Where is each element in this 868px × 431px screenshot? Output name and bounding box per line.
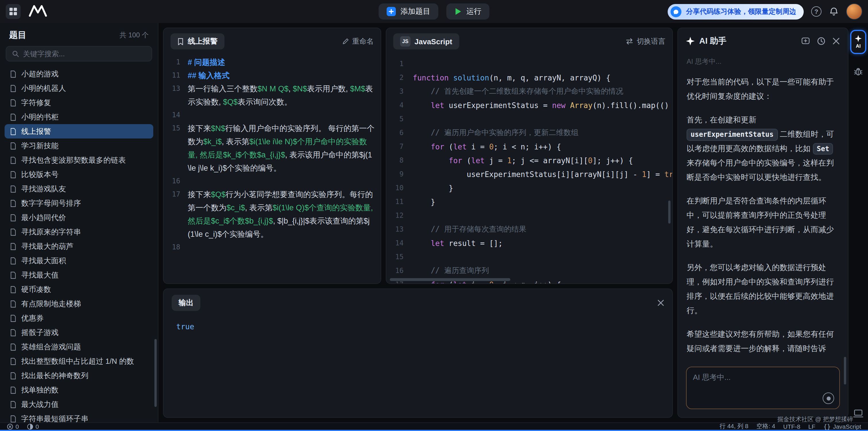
sidebar-item-label: 最大战力值 <box>21 399 59 409</box>
ai-assistant-toggle[interactable]: AI <box>850 30 866 54</box>
language-tag[interactable]: JS JavaScript <box>393 33 459 50</box>
editor-vscrollbar[interactable] <box>668 201 671 224</box>
sidebar-item[interactable]: 优惠券 <box>5 311 153 325</box>
apps-grid-button[interactable] <box>6 4 21 19</box>
ai-scrollbar[interactable] <box>844 357 846 384</box>
ai-input-field[interactable] <box>693 372 833 395</box>
add-problem-label: 添加题目 <box>400 6 430 17</box>
sidebar-item[interactable]: 字符修复 <box>5 95 153 110</box>
sidebar-item[interactable]: 小超的游戏 <box>5 67 153 81</box>
sidebar-item[interactable]: 最小趋同代价 <box>5 210 153 225</box>
md-line-text <box>188 241 381 254</box>
help-icon[interactable]: ? <box>811 6 822 17</box>
code-lines[interactable]: 12function solution(n, m, q, arrayN, arr… <box>386 55 672 284</box>
eol-setting[interactable]: LF <box>808 423 815 430</box>
sidebar-item-label: 英雄组合游戏问题 <box>21 342 81 352</box>
sidebar-item[interactable]: 硬币凑数 <box>5 282 153 296</box>
indent-setting[interactable]: 空格: 4 <box>756 422 775 430</box>
switch-language-button[interactable]: 切换语言 <box>626 36 665 46</box>
new-chat-icon[interactable] <box>801 37 810 45</box>
ai-stop-button[interactable] <box>823 393 834 404</box>
md-line: 14 <box>164 109 381 122</box>
code-line: 4 let userExperimentStatus = new Array(n… <box>386 98 672 112</box>
error-indicator[interactable]: 0 <box>7 423 19 430</box>
problem-count: 共 100 个 <box>120 30 149 40</box>
cursor-position[interactable]: 行 44, 列 8 <box>720 422 748 430</box>
sidebar-item[interactable]: 比较版本号 <box>5 167 153 181</box>
sidebar-item[interactable]: 找出整型数组中占比超过 1/N 的数 <box>5 354 153 368</box>
sidebar-item[interactable]: 寻找最大面积 <box>5 253 153 268</box>
document-icon <box>10 127 17 135</box>
history-icon[interactable] <box>817 37 826 46</box>
sidebar-item[interactable]: 字符串最短循环子串 <box>5 411 153 422</box>
search-box[interactable] <box>6 46 152 61</box>
document-icon <box>10 357 17 365</box>
sidebar-item[interactable]: 最大战力值 <box>5 397 153 411</box>
problem-title: 线上报警 <box>188 36 218 47</box>
code-line-number: 14 <box>386 239 413 247</box>
promo-banner-text: 分享代码练习体验，领限量定制周边 <box>686 7 796 17</box>
code-line-number: 3 <box>386 87 413 95</box>
output-close-button[interactable] <box>657 299 664 306</box>
search-icon <box>12 50 19 57</box>
document-icon <box>10 98 17 107</box>
problem-title-tag[interactable]: 线上报警 <box>170 33 224 50</box>
code-line-number: 11 <box>386 198 413 206</box>
sidebar-item[interactable]: 摇骰子游戏 <box>5 325 153 340</box>
language-name: JavaScript <box>414 37 453 46</box>
code-line: 5 <box>386 112 672 126</box>
md-line: 16 <box>164 175 381 188</box>
sidebar-item[interactable]: 小明的机器人 <box>5 81 153 95</box>
ai-messages: 对于您当前的代码，以下是一些可能有助于优化时间复杂度的建议：首先，在创建和更新 … <box>687 75 841 355</box>
md-line: 13第一行输入三个整数$N M Q$, $N$表示用户数, $M$表示实验数, … <box>164 82 381 109</box>
bell-icon[interactable] <box>829 7 839 17</box>
sidebar-item[interactable]: 学习新技能 <box>5 139 153 153</box>
document-icon <box>10 242 17 250</box>
code-line: 1 <box>386 57 672 71</box>
add-icon <box>386 7 396 16</box>
sidebar-scrollbar[interactable] <box>154 339 157 407</box>
sidebar-item-label: 小明的书柜 <box>21 112 59 122</box>
encoding[interactable]: UTF-8 <box>783 423 801 430</box>
editor-hscrollbar[interactable] <box>390 278 510 281</box>
avatar[interactable] <box>846 3 862 20</box>
debug-icon[interactable] <box>854 67 863 77</box>
promo-banner[interactable]: 分享代码练习体验，领限量定制周边 <box>668 4 804 19</box>
sidebar-item[interactable]: 找单独的数 <box>5 383 153 397</box>
warning-indicator[interactable]: 0 <box>27 423 39 430</box>
code-line-text: } <box>413 183 672 192</box>
sidebar-item[interactable]: 寻找最大的葫芦 <box>5 239 153 253</box>
md-line-text: 接下来$N$行输入用户命中的实验序列。 每行的第一个数为$k_i$, 表示第$i… <box>188 122 381 175</box>
sidebar-item[interactable]: 小明的书柜 <box>5 110 153 124</box>
code-line: 16 // 遍历查询序列 <box>386 264 672 278</box>
sidebar-item[interactable]: 寻找原来的字符串 <box>5 225 153 239</box>
sidebar-item[interactable]: 寻找包含斐波那契数最多的链表 <box>5 153 153 167</box>
md-line-number: 17 <box>164 188 188 201</box>
sidebar-item[interactable]: 数字字母间号排序 <box>5 196 153 210</box>
code-line: 6 // 遍历用户命中实验的序列，更新二维数组 <box>386 126 672 140</box>
code-line-text: let userExperimentStatus = new Array(n).… <box>413 101 672 110</box>
problem-lines[interactable]: 1# 问题描述11## 输入格式13第一行输入三个整数$N M Q$, $N$表… <box>164 55 381 283</box>
md-line-number: 16 <box>164 175 188 188</box>
ai-panel-title: AI 助手 <box>699 36 797 47</box>
device-icon[interactable] <box>853 409 863 418</box>
status-accent-line <box>0 430 868 431</box>
sidebar-item[interactable]: 找出最长的神奇数列 <box>5 368 153 383</box>
language-mode[interactable]: {} JavaScript <box>824 423 861 430</box>
sidebar-item[interactable]: 寻找最大值 <box>5 268 153 282</box>
sidebar-item[interactable]: 英雄组合游戏问题 <box>5 340 153 354</box>
run-button[interactable]: 运行 <box>446 3 489 20</box>
ai-input-box[interactable] <box>686 367 840 409</box>
sidebar-item[interactable]: 寻找游戏队友 <box>5 181 153 196</box>
document-icon <box>10 343 17 351</box>
sidebar-item-label: 寻找包含斐波那契数最多的链表 <box>21 155 126 165</box>
search-input[interactable] <box>23 50 146 58</box>
rename-button[interactable]: 重命名 <box>342 36 374 46</box>
code-line: 8 for (let j = 1; j <= arrayN[i][0]; j++… <box>386 153 672 167</box>
ai-close-icon[interactable] <box>832 37 840 45</box>
sidebar-item[interactable]: 线上报警 <box>5 124 153 139</box>
code-line: 7 for (let i = 0; i < n; i++) { <box>386 140 672 153</box>
add-problem-button[interactable]: 添加题目 <box>379 3 438 20</box>
sidebar-item[interactable]: 有点限制地走楼梯 <box>5 296 153 311</box>
output-title-tag: 输出 <box>172 295 200 311</box>
